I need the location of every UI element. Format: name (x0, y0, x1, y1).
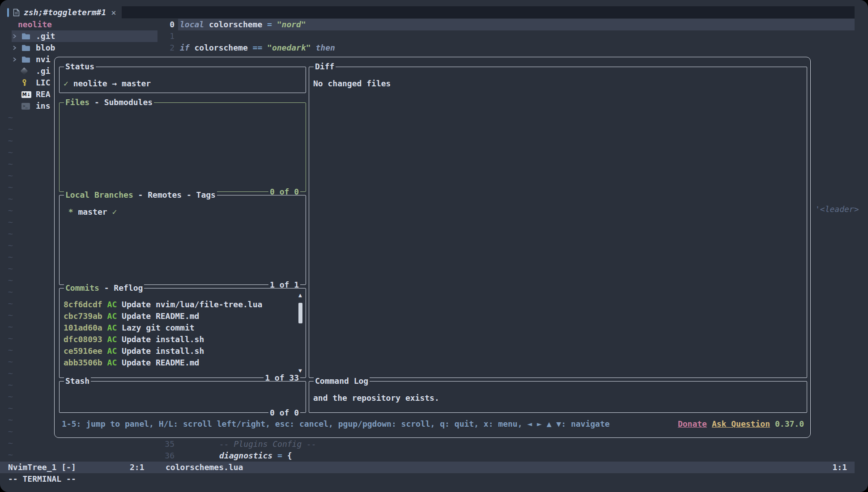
commit-row[interactable]: cbc739ab AC Update README.md (64, 310, 294, 322)
chevron-right-icon (12, 45, 21, 51)
panel-commits[interactable]: Commits - Reflog 8cf6dcdf AC Update nvim… (59, 288, 306, 378)
tree-item-label: blob (36, 42, 55, 54)
panel-commits-title: Commits - Reflog (64, 282, 144, 294)
empty-line-tilde: ~ (8, 286, 13, 298)
scroll-up-icon[interactable]: ▲ (297, 292, 304, 298)
tab-close-icon[interactable]: × (111, 7, 116, 18)
commit-hash: dfc08093 (64, 335, 102, 344)
commit-row[interactable]: ce5916ee AC Update install.sh (64, 345, 294, 357)
icon-slot (21, 79, 36, 86)
command-log-content: and the repository exists. (313, 392, 802, 404)
line-number: 36 (148, 450, 174, 462)
empty-line-tilde: ~ (8, 170, 13, 182)
editor-line[interactable]: 35-- Plugins Config -- (0, 438, 855, 450)
commit-hash: cbc739ab (64, 311, 102, 321)
commit-message: Update README.md (122, 311, 199, 321)
panel-stash-title: Stash (64, 375, 91, 387)
empty-line-tilde: ~ (8, 275, 13, 286)
diff-content: No changed files (313, 78, 802, 89)
tree-item-blob[interactable]: blob (12, 42, 157, 54)
commit-row[interactable]: 8cf6dcdf AC Update nvim/lua/file-tree.lu… (64, 299, 294, 310)
empty-line-tilde: ~ (8, 112, 13, 123)
editor-line[interactable]: 0local colorscheme = "nord" (0, 19, 855, 30)
commit-row[interactable]: dfc08093 AC Update install.sh (64, 334, 294, 345)
statusline-position-left: 2:1 (130, 462, 145, 473)
commit-flags: AC (102, 358, 122, 367)
empty-line-tilde: ~ (8, 333, 13, 344)
commit-hash: 8cf6dcdf (64, 300, 102, 309)
tree-item-label: .git (36, 30, 55, 42)
commit-message: Update nvim/lua/file-tree.lua (122, 300, 262, 309)
line-text: diagnostics = { (219, 450, 292, 462)
panel-diff[interactable]: Diff No changed files (309, 67, 807, 378)
donate-link[interactable]: Donate (678, 418, 707, 430)
icon-slot (21, 44, 36, 51)
tree-item-label: ins (36, 100, 51, 112)
commit-row[interactable]: abb3506b AC Update README.md (64, 357, 294, 369)
panel-diff-title: Diff (314, 61, 336, 72)
commit-message: Lazy git commit (122, 323, 195, 332)
panel-files[interactable]: Files - Submodules 0 of 0 (59, 102, 306, 192)
statusline-position-right: 1:1 (832, 462, 847, 473)
commit-row[interactable]: 101ad60a AC Lazy git commit (64, 322, 294, 334)
line-text: -- Plugins Config -- (219, 438, 316, 450)
stash-counter: 0 of 0 (268, 407, 300, 419)
empty-line-tilde: ~ (8, 135, 13, 147)
panel-branches[interactable]: Local Branches - Remotes - Tags * master… (59, 195, 306, 285)
key-icon (21, 79, 27, 86)
icon-slot (21, 68, 36, 74)
commits-scrollbar[interactable]: ▲ ▼ (297, 292, 304, 374)
tree-item-label: REA (36, 89, 51, 100)
empty-line-tilde: ~ (8, 344, 13, 356)
folder-icon (21, 33, 30, 40)
lazygit-window: Status ✓ neolite → master Files - Submod… (54, 57, 811, 438)
icon-slot (21, 33, 36, 40)
tree-root-label: neolite (18, 19, 52, 30)
empty-line-tilde: ~ (8, 321, 13, 333)
empty-line-tilde: ~ (8, 251, 13, 263)
tree-item-label: .gi (36, 65, 51, 77)
line-text: local colorscheme = "nord" (180, 19, 306, 30)
commit-flags: AC (102, 335, 122, 344)
tree-item-git[interactable]: .git (12, 30, 157, 42)
panel-command-log[interactable]: Command Log and the repository exists. (309, 381, 807, 413)
folder-icon (21, 44, 30, 51)
commit-flags: AC (102, 323, 122, 332)
keybinding-hints: 1-5: jump to panel, H/L: scroll left/rig… (62, 418, 610, 430)
commit-flags: AC (102, 311, 122, 321)
terminal-tab[interactable]: zsh;#toggleterm#1 × (0, 6, 122, 18)
scrollbar-thumb[interactable] (298, 303, 302, 323)
git-icon (21, 68, 28, 75)
panel-branches-title: Local Branches - Remotes - Tags (64, 189, 217, 201)
empty-line-tilde: ~ (8, 298, 13, 310)
branch-row[interactable]: * master ✓ (64, 206, 301, 218)
tab-title: zsh;#toggleterm#1 (24, 7, 106, 18)
commit-flags: AC (102, 346, 122, 356)
panel-stash[interactable]: Stash 0 of 0 (59, 381, 306, 413)
check-icon: ✓ (112, 207, 117, 216)
status-content: ✓ neolite → master (64, 78, 301, 89)
lazygit-keybar: 1-5: jump to panel, H/L: scroll left/rig… (62, 418, 804, 430)
statusline-filename: colorschemes.lua (166, 462, 243, 473)
leader-code-fragment: '<leader> (815, 204, 859, 215)
commit-message: Update README.md (122, 358, 199, 367)
terminal-icon: >_ (21, 103, 30, 110)
mode-indicator: -- TERMINAL -- (8, 473, 76, 485)
panel-command-log-title: Command Log (314, 375, 370, 387)
chevron-right-icon (12, 57, 21, 62)
commit-message: Update install.sh (122, 346, 204, 356)
version-label: 0.37.0 (775, 418, 804, 430)
ask-question-link[interactable]: Ask Question (712, 418, 770, 430)
empty-line-tilde: ~ (8, 158, 13, 170)
editor-line[interactable]: 36diagnostics = { (0, 450, 855, 462)
panel-status[interactable]: Status ✓ neolite → master (59, 67, 306, 93)
folder-icon (21, 56, 30, 63)
line-number: 0 (148, 19, 174, 30)
commit-hash: 101ad60a (64, 323, 102, 332)
empty-line-tilde: ~ (8, 356, 13, 368)
icon-slot (21, 56, 36, 63)
empty-line-tilde: ~ (8, 240, 13, 251)
empty-line-tilde: ~ (8, 426, 13, 437)
panel-files-title: Files - Submodules (64, 97, 154, 108)
markdown-icon: M↓ (21, 91, 31, 98)
